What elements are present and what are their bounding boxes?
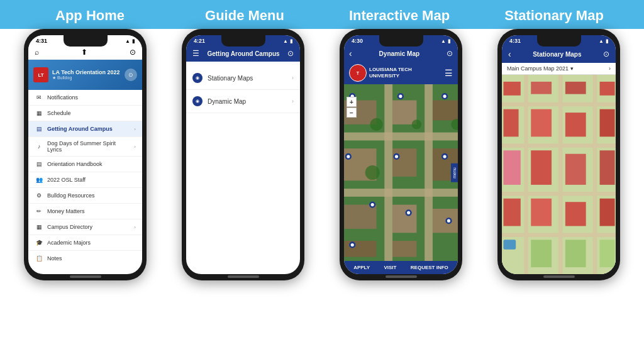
svg-rect-66 bbox=[531, 240, 552, 267]
map-header: ‹ Dynamic Map ⊙ bbox=[344, 45, 458, 62]
la-tech-logo: T bbox=[349, 64, 367, 82]
notch-4 bbox=[537, 35, 581, 47]
svg-rect-67 bbox=[565, 240, 586, 267]
svg-point-32 bbox=[443, 155, 447, 158]
visit-button[interactable]: VISIT bbox=[384, 265, 396, 270]
request-info-button[interactable]: REQUEST INFO bbox=[411, 265, 448, 270]
search-icon-1[interactable]: ⌕ bbox=[35, 48, 39, 57]
time-4: 4:31 bbox=[509, 38, 521, 44]
la-tech-name-2: UNIVERSITY bbox=[369, 73, 412, 79]
bulldog-icon: ⚙ bbox=[35, 191, 43, 200]
hamburger-icon-3[interactable]: ☰ bbox=[445, 68, 453, 78]
svg-rect-60 bbox=[600, 150, 615, 185]
svg-rect-52 bbox=[600, 82, 615, 96]
status-icons-4: ▲ ▮ bbox=[599, 38, 608, 44]
menu-getting-around[interactable]: ▤ Getting Around Campus › bbox=[28, 121, 142, 137]
menu-bulldog[interactable]: ⚙ Bulldog Resources bbox=[28, 188, 142, 204]
phones-row: 4:31 ▲ ▮ ⌕ ⬆ ⊙ LT LA Tech Orientation bbox=[0, 29, 644, 337]
svg-point-19 bbox=[365, 165, 380, 180]
dog-days-chevron: › bbox=[134, 144, 136, 150]
guide-stationary-maps[interactable]: ◉ Stationary Maps › bbox=[186, 67, 300, 90]
svg-rect-46 bbox=[524, 75, 528, 274]
battery-icon-3: ▮ bbox=[448, 38, 450, 44]
battery-icon-2: ▮ bbox=[290, 38, 292, 44]
stat-map-svg bbox=[502, 75, 616, 274]
back-icon-4[interactable]: ‹ bbox=[508, 49, 511, 59]
menu-notes[interactable]: 📋 Notes bbox=[28, 251, 142, 266]
la-tech-logo-area: T LOUISIANA TECH UNIVERSITY bbox=[349, 64, 412, 82]
svg-rect-64 bbox=[600, 199, 615, 226]
guide-dynamic-map[interactable]: ◉ Dynamic Map › bbox=[186, 90, 300, 113]
app-home-banner: LT LA Tech Orientation 2022 ★ Bulldog ⊙ bbox=[28, 60, 142, 90]
svg-point-16 bbox=[370, 118, 382, 131]
svg-rect-4 bbox=[425, 84, 433, 261]
zoom-in-button[interactable]: + bbox=[347, 97, 357, 107]
campus-dir-icon: ▦ bbox=[35, 223, 43, 231]
stationary-maps-icon: ◉ bbox=[192, 73, 203, 83]
stat-header-title: Stationary Maps bbox=[533, 51, 581, 58]
svg-point-40 bbox=[351, 243, 354, 246]
svg-rect-51 bbox=[565, 82, 586, 94]
person-icon-4[interactable]: ⊙ bbox=[603, 50, 609, 58]
menu-money[interactable]: ✏ Money Matters bbox=[28, 204, 142, 219]
money-icon: ✏ bbox=[35, 207, 43, 216]
menu-schedule[interactable]: ▦ Schedule bbox=[28, 106, 142, 121]
app-logo-1: LT bbox=[33, 67, 48, 82]
title-app-home: App Home bbox=[18, 8, 162, 24]
svg-rect-3 bbox=[384, 84, 392, 261]
svg-point-24 bbox=[399, 95, 402, 98]
map-bottom-bar: APPLY VISIT REQUEST INFO bbox=[344, 261, 458, 274]
interactive-map-canvas[interactable]: + − menu bbox=[344, 84, 458, 261]
svg-rect-62 bbox=[531, 199, 552, 226]
getting-around-chevron: › bbox=[134, 126, 136, 132]
hamburger-icon-2[interactable]: ☰ bbox=[192, 49, 199, 58]
apply-button[interactable]: APPLY bbox=[353, 265, 370, 270]
guide-header: ☰ Getting Around Campus ⊙ bbox=[186, 45, 300, 62]
svg-rect-58 bbox=[531, 150, 552, 185]
title-interactive-map: Interactive Map bbox=[327, 8, 472, 24]
zoom-controls: + − bbox=[347, 97, 357, 118]
back-icon-3[interactable]: ‹ bbox=[349, 48, 352, 58]
person-icon-1[interactable]: ⊙ bbox=[130, 48, 136, 57]
banner-avatar: ⊙ bbox=[125, 69, 137, 81]
notch-2 bbox=[221, 35, 265, 47]
svg-rect-63 bbox=[565, 202, 586, 226]
menu-academic[interactable]: 🎓 Academic Majors bbox=[28, 235, 142, 251]
menu-handbook[interactable]: ▤ Orientation Handbook bbox=[28, 157, 142, 172]
menu-notifications[interactable]: ✉ Notifications bbox=[28, 90, 142, 106]
map-menu-tab[interactable]: menu bbox=[451, 163, 458, 182]
map-selector-label: Main Campus Map 2021 ▾ bbox=[507, 65, 574, 72]
svg-rect-1 bbox=[344, 133, 458, 141]
schedule-label: Schedule bbox=[47, 110, 136, 116]
money-label: Money Matters bbox=[47, 208, 136, 214]
stationary-map-canvas[interactable] bbox=[502, 75, 616, 274]
svg-rect-59 bbox=[565, 154, 586, 185]
svg-rect-61 bbox=[504, 199, 521, 226]
map-svg bbox=[344, 84, 458, 261]
svg-rect-15 bbox=[392, 241, 416, 257]
battery-icon-4: ▮ bbox=[606, 38, 608, 44]
home-indicator-4 bbox=[543, 275, 575, 278]
person-icon-3[interactable]: ⊙ bbox=[447, 49, 453, 58]
banner-title: LA Tech Orientation 2022 bbox=[52, 69, 120, 75]
menu-osl-staff[interactable]: 👥 2022 OSL Staff bbox=[28, 172, 142, 188]
getting-around-icon: ▤ bbox=[35, 124, 43, 133]
dog-days-icon: ♪ bbox=[35, 142, 43, 151]
map-selector[interactable]: Main Campus Map 2021 ▾ › bbox=[502, 63, 616, 75]
svg-rect-47 bbox=[558, 75, 563, 274]
screen-3: 4:30 ▲ ▮ ‹ Dynamic Map ⊙ T bbox=[344, 35, 458, 274]
menu-dog-days[interactable]: ♪ Dog Days of Summer Spirit Lyrics › bbox=[28, 137, 142, 157]
menu-campus-dir[interactable]: ▦ Campus Directory › bbox=[28, 219, 142, 235]
share-icon-1[interactable]: ⬆ bbox=[81, 48, 87, 57]
svg-rect-54 bbox=[531, 109, 552, 137]
screen-2: 4:21 ▲ ▮ ☰ Getting Around Campus ⊙ ◉ bbox=[186, 35, 300, 274]
time-3: 4:30 bbox=[352, 38, 363, 44]
wifi-icon-2: ▲ bbox=[283, 38, 288, 44]
svg-rect-53 bbox=[504, 109, 519, 137]
person-icon-2[interactable]: ⊙ bbox=[287, 49, 294, 58]
svg-rect-50 bbox=[531, 82, 552, 94]
time-1: 4:31 bbox=[36, 38, 47, 44]
svg-rect-2 bbox=[344, 189, 458, 197]
status-icons-2: ▲ ▮ bbox=[283, 38, 292, 44]
zoom-out-button[interactable]: − bbox=[347, 108, 357, 118]
